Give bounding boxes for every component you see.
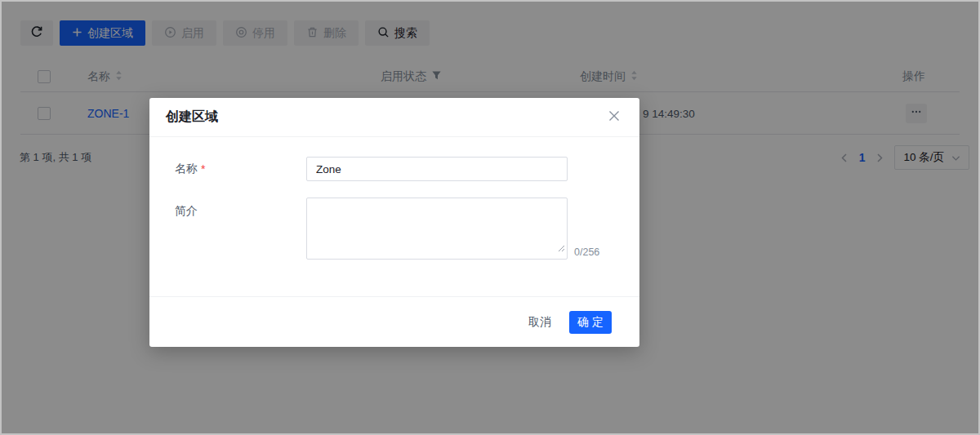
modal-body: 名称 * 简介 0/256 [149, 157, 639, 260]
zone-name-input[interactable] [306, 157, 568, 181]
modal-header: 创建区域 [149, 98, 639, 137]
cancel-button[interactable]: 取消 [528, 315, 551, 330]
modal-footer: 取消 确 定 [149, 296, 639, 347]
description-field-label: 简介 [175, 204, 198, 219]
name-field-row: 名称 * [175, 157, 639, 181]
zone-description-textarea[interactable] [306, 198, 568, 260]
modal-title: 创建区域 [166, 109, 218, 126]
app-window: 创建区域 启用 停用 [0, 0, 980, 435]
char-counter: 0/256 [574, 246, 599, 260]
confirm-button[interactable]: 确 定 [569, 311, 612, 334]
create-zone-modal: 创建区域 名称 * 简介 [149, 98, 639, 347]
resize-handle-icon[interactable] [558, 241, 565, 255]
modal-close-button[interactable] [605, 107, 623, 127]
required-asterisk: * [201, 162, 205, 175]
name-field-label: 名称 [175, 162, 198, 176]
close-icon [608, 110, 620, 124]
description-field-row: 简介 0/256 [175, 198, 639, 260]
